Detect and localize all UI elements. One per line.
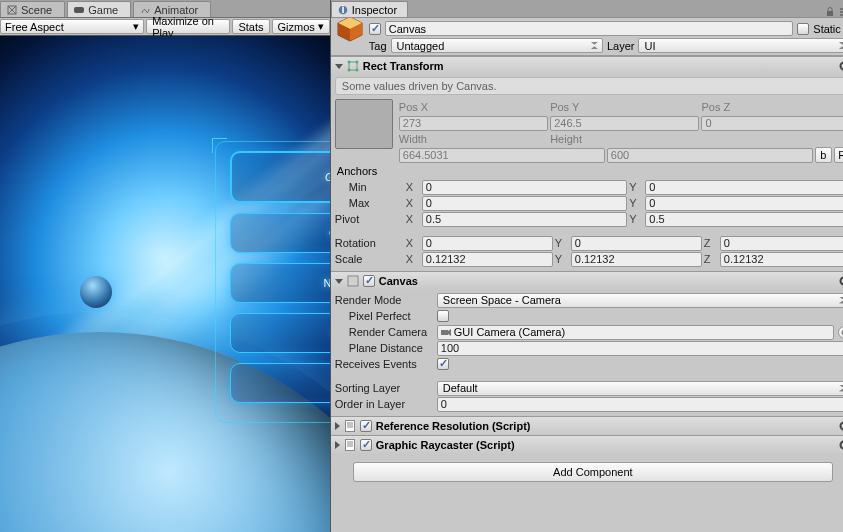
posy-label: Pos Y	[550, 101, 699, 113]
active-checkbox[interactable]	[369, 23, 381, 35]
rotation-x[interactable]	[422, 236, 553, 251]
gameobject-icon[interactable]	[335, 18, 365, 44]
gear-icon[interactable]	[839, 60, 843, 72]
svg-text:i: i	[341, 5, 344, 15]
raw-edit-toggle[interactable]: R	[834, 147, 843, 163]
pivot-y[interactable]	[645, 212, 843, 227]
gear-icon[interactable]	[839, 439, 843, 451]
stats-label: Stats	[238, 21, 263, 33]
width-label: Width	[399, 133, 548, 145]
svg-point-16	[355, 61, 358, 64]
game-icon	[74, 5, 84, 15]
component-header[interactable]: Graphic Raycaster (Script)	[331, 436, 843, 454]
gizmos-toggle[interactable]: Gizmos▾	[272, 19, 330, 34]
pivot-x[interactable]	[422, 212, 628, 227]
canvas-icon	[347, 275, 359, 287]
width-field[interactable]	[399, 148, 605, 163]
object-picker-icon[interactable]: ⊙	[838, 326, 843, 339]
x-label: X	[406, 237, 420, 249]
add-component-label: Add Component	[553, 466, 633, 478]
x-label: X	[406, 213, 420, 225]
lock-icon[interactable]	[825, 7, 835, 17]
svg-rect-21	[348, 276, 358, 286]
x-label: X	[406, 197, 420, 209]
menu-frame	[215, 141, 330, 423]
y-label: Y	[629, 197, 643, 209]
gear-icon[interactable]	[839, 275, 843, 287]
blueprint-toggle[interactable]: b	[815, 147, 832, 163]
posz-label: Pos Z	[701, 101, 843, 113]
anchor-min-x[interactable]	[422, 180, 628, 195]
height-field[interactable]	[607, 148, 813, 163]
tag-value: Untagged	[397, 40, 445, 52]
layer-dropdown[interactable]: UI	[638, 38, 843, 53]
min-label: Min	[349, 181, 404, 193]
svg-rect-32	[345, 440, 354, 451]
anchor-preset-button[interactable]	[335, 99, 393, 149]
plane-distance-field[interactable]	[437, 341, 843, 356]
x-label: X	[406, 181, 420, 193]
receives-events-checkbox[interactable]	[437, 358, 449, 370]
gameobject-header: Static ▾ Tag Untagged Layer UI	[331, 18, 843, 56]
render-mode-label: Render Mode	[335, 294, 435, 306]
scale-y[interactable]	[571, 252, 702, 267]
order-in-layer-field[interactable]	[437, 397, 843, 412]
plane-distance-label: Plane Distance	[349, 342, 435, 354]
anchor-max-y[interactable]	[645, 196, 843, 211]
component-header[interactable]: Reference Resolution (Script)	[331, 417, 843, 435]
rotation-y[interactable]	[571, 236, 702, 251]
tab-scene[interactable]: Scene	[0, 1, 65, 17]
tab-game[interactable]: Game	[67, 1, 131, 17]
sorting-layer-dropdown[interactable]: Default	[437, 381, 843, 396]
panel-menu-icon[interactable]	[839, 7, 843, 17]
anchor-max-x[interactable]	[422, 196, 628, 211]
planet-small	[80, 276, 112, 308]
maximize-label: Maximize on Play	[152, 15, 224, 39]
scale-x[interactable]	[422, 252, 553, 267]
svg-rect-26	[345, 421, 354, 432]
component-enabled-checkbox[interactable]	[360, 420, 372, 432]
scale-z[interactable]	[720, 252, 843, 267]
gear-icon[interactable]	[839, 420, 843, 432]
maximize-on-play-toggle[interactable]: Maximize on Play	[146, 19, 230, 34]
pixel-perfect-checkbox[interactable]	[437, 310, 449, 322]
add-component-button[interactable]: Add Component	[353, 462, 833, 482]
order-in-layer-label: Order in Layer	[335, 398, 435, 410]
component-title: Canvas	[379, 275, 418, 287]
rect-transform-icon	[347, 60, 359, 72]
posx-field[interactable]	[399, 116, 548, 131]
stats-toggle[interactable]: Stats	[232, 19, 269, 34]
x-label: X	[406, 253, 420, 265]
svg-point-15	[347, 61, 350, 64]
svg-marker-25	[448, 329, 451, 336]
tab-inspector[interactable]: i Inspector	[331, 1, 408, 17]
game-view: GUI Demo Continue New Game Settings Quit	[0, 36, 330, 532]
component-header[interactable]: Canvas	[331, 272, 843, 290]
animator-icon	[140, 5, 150, 15]
rect-transform-component: Rect Transform Some values driven by Can…	[331, 56, 843, 271]
posz-field[interactable]	[701, 116, 843, 131]
component-header[interactable]: Rect Transform	[331, 57, 843, 75]
pixel-perfect-label: Pixel Perfect	[349, 310, 435, 322]
aspect-dropdown[interactable]: Free Aspect ▾	[0, 19, 144, 34]
rotation-z[interactable]	[720, 236, 843, 251]
posy-field[interactable]	[550, 116, 699, 131]
y-label: Y	[629, 213, 643, 225]
render-camera-field[interactable]: GUI Camera (Camera)	[437, 325, 834, 340]
game-menu: GUI Demo Continue New Game Settings Quit	[230, 151, 330, 413]
render-mode-dropdown[interactable]: Screen Space - Camera	[437, 293, 843, 308]
tag-dropdown[interactable]: Untagged	[391, 38, 603, 53]
component-enabled-checkbox[interactable]	[363, 275, 375, 287]
tag-label: Tag	[369, 40, 387, 52]
inspector-tabs: i Inspector	[331, 0, 843, 18]
gameobject-name-field[interactable]	[385, 21, 793, 36]
posx-label: Pos X	[399, 101, 548, 113]
component-title: Graphic Raycaster (Script)	[376, 439, 515, 451]
layer-label: Layer	[607, 40, 635, 52]
component-enabled-checkbox[interactable]	[360, 439, 372, 451]
anchor-min-y[interactable]	[645, 180, 843, 195]
y-label: Y	[555, 253, 569, 265]
static-checkbox[interactable]	[797, 23, 809, 35]
max-label: Max	[349, 197, 404, 209]
graphic-raycaster-component: Graphic Raycaster (Script)	[331, 435, 843, 454]
